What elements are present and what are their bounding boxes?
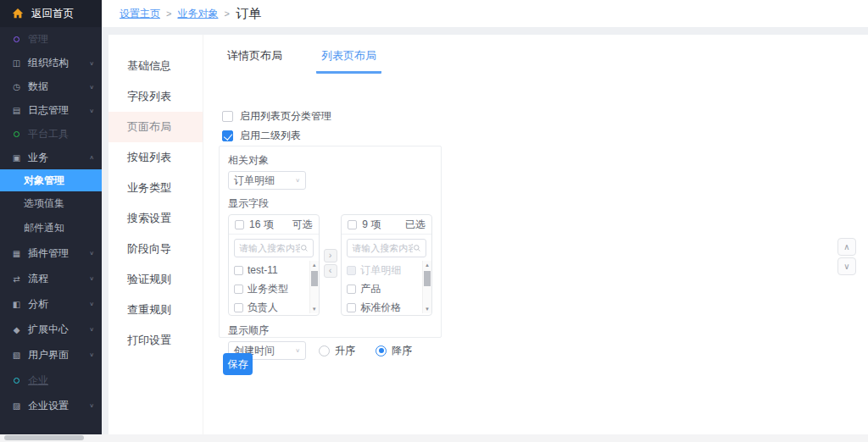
list-item[interactable]: 业务类型 (229, 279, 319, 298)
settings-menu-item-field-list[interactable]: 字段列表 (108, 81, 203, 112)
sidebar-item-option-sets[interactable]: 选项值集 (0, 191, 102, 215)
scroll-down-icon[interactable]: ▼ (423, 307, 431, 312)
settings-menu-item-page-layout[interactable]: 页面布局 (108, 112, 203, 142)
breadcrumb-separator: > (166, 8, 171, 19)
secondary-list-panel: 相关对象 订单明细 ∨ 显示字段 16 项 可选 (219, 146, 442, 338)
item-label: 产品 (360, 282, 381, 296)
tab-detail-page-layout[interactable]: 详情页布局 (222, 48, 287, 74)
scrollbar-thumb[interactable] (311, 271, 318, 286)
settings-menu-item-button-list[interactable]: 按钮列表 (108, 142, 203, 173)
save-button[interactable]: 保存 (223, 353, 253, 375)
sidebar-item-data[interactable]: ◷ 数据 ∨ (0, 75, 102, 98)
move-left-button[interactable]: ‹ (324, 264, 337, 278)
scroll-up-icon[interactable]: ▲ (423, 262, 431, 268)
display-fields-label: 显示字段 (228, 196, 432, 211)
breadcrumb-link-settings-home[interactable]: 设置主页 (120, 7, 160, 21)
list-item: 订单明细 (342, 261, 431, 279)
horizontal-scrollbar-thumb[interactable] (4, 435, 84, 440)
sidebar-item-mail-notify[interactable]: 邮件通知 (0, 215, 102, 240)
sidebar-item-plugin-mgmt[interactable]: ▦ 插件管理 ∨ (0, 240, 102, 266)
chevron-down-icon: ∨ (89, 59, 94, 65)
list-item[interactable]: test-11 (229, 261, 319, 279)
settings-menu-item-basic-info[interactable]: 基础信息 (108, 51, 203, 81)
settings-menu-item-search-settings[interactable]: 搜索设置 (108, 203, 203, 234)
main-card: 基础信息 字段列表 页面布局 按钮列表 业务类型 搜索设置 阶段向导 验证规则 … (108, 35, 868, 434)
scroll-down-button[interactable]: ∨ (837, 257, 856, 275)
sidebar-item-user-interface[interactable]: ▧ 用户界面 ∨ (0, 342, 102, 367)
breadcrumb-link-business-objects[interactable]: 业务对象 (177, 7, 218, 21)
related-object-select[interactable]: 订单明细 ∨ (228, 171, 306, 190)
sidebar-item-enterprise[interactable]: 企业 (0, 367, 102, 393)
settings-menu-item-validation-rules[interactable]: 验证规则 (108, 264, 203, 295)
item-checkbox (347, 266, 356, 275)
descending-radio[interactable] (376, 345, 387, 356)
chevron-down-icon: ∨ (295, 347, 300, 353)
target-search-input[interactable] (352, 243, 413, 253)
sidebar-item-business[interactable]: ▣ 业务 ∧ (0, 146, 102, 169)
tab-list-page-layout[interactable]: 列表页布局 (316, 48, 381, 74)
item-checkbox[interactable] (234, 303, 243, 312)
settings-menu-item-stage-wizard[interactable]: 阶段向导 (108, 234, 203, 264)
category-mgmt-label: 启用列表页分类管理 (240, 109, 331, 124)
item-label: test-11 (248, 264, 278, 276)
sidebar-item-log-mgmt[interactable]: ▤ 日志管理 ∨ (0, 98, 102, 122)
target-list-scrollbar[interactable]: ▲ ▼ (422, 261, 431, 313)
source-search-input[interactable] (239, 243, 300, 253)
extension-icon: ◆ (11, 325, 22, 334)
sidebar-item-label: 企业 (28, 373, 48, 388)
sidebar-item-platform-tools[interactable]: 平台工具 (0, 122, 102, 146)
sidebar-item-extension-center[interactable]: ◆ 扩展中心 ∨ (0, 317, 102, 342)
secondary-list-checkbox[interactable] (222, 130, 233, 141)
page-nav-buttons: ∧ ∨ (837, 238, 856, 275)
breadcrumb-separator: > (224, 8, 229, 19)
content-area: 详情页布局 列表页布局 启用列表页分类管理 启用二级列表 相关对象 订单明细 ∨… (203, 35, 868, 434)
target-box-header: 9 项 已选 (342, 215, 431, 235)
item-checkbox[interactable] (347, 285, 356, 294)
sidebar-item-flow[interactable]: ⇄ 流程 ∨ (0, 266, 102, 291)
scroll-up-button[interactable]: ∧ (837, 238, 856, 256)
item-checkbox[interactable] (347, 303, 356, 312)
ascending-radio[interactable] (319, 345, 330, 356)
plugin-icon: ▦ (11, 249, 22, 258)
target-field-box: 9 项 已选 订单明细 产品 (341, 214, 432, 316)
list-item[interactable]: 标准价格 (342, 298, 431, 313)
source-search-box (234, 239, 314, 257)
target-field-list: 订单明细 产品 标准价格 ▲ ▼ (342, 261, 431, 313)
chevron-down-icon: ∨ (89, 83, 94, 89)
chevron-up-icon: ∧ (89, 154, 94, 160)
ui-icon: ▧ (11, 351, 22, 360)
horizontal-scrollbar[interactable] (0, 434, 868, 442)
item-label: 标准价格 (360, 301, 401, 314)
source-tag: 可选 (292, 218, 313, 232)
source-list-scrollbar[interactable]: ▲ ▼ (309, 261, 319, 313)
scroll-up-icon[interactable]: ▲ (310, 262, 319, 268)
sidebar-item-enterprise-settings[interactable]: ▨ 企业设置 ∨ (0, 393, 102, 418)
settings-menu-item-print-settings[interactable]: 打印设置 (108, 325, 203, 356)
sidebar-item-object-mgmt[interactable]: 对象管理 (0, 169, 102, 191)
sidebar-item-org-structure[interactable]: ◫ 组织结构 ∨ (0, 51, 102, 75)
sidebar-item-label: 数据 (28, 80, 48, 94)
target-select-all-checkbox[interactable] (348, 220, 357, 229)
item-label: 订单明细 (360, 263, 401, 278)
scroll-down-icon[interactable]: ▼ (310, 307, 319, 312)
sidebar-item-home[interactable]: 返回首页 (0, 0, 102, 27)
chevron-down-icon: ∨ (89, 107, 94, 113)
list-item[interactable]: 产品 (342, 279, 431, 298)
green-circle-icon (11, 130, 22, 139)
item-checkbox[interactable] (234, 266, 243, 275)
item-checkbox[interactable] (234, 285, 243, 294)
settings-menu-item-dedup-rules[interactable]: 查重规则 (108, 295, 203, 325)
settings-menu-item-business-type[interactable]: 业务类型 (108, 173, 203, 203)
sidebar-item-label: 选项值集 (24, 196, 64, 211)
source-field-box: 16 项 可选 test-11 业务类型 (228, 214, 320, 316)
sidebar-item-label: 业务 (28, 151, 48, 165)
sidebar-item-analysis[interactable]: ◧ 分析 ∨ (0, 291, 102, 317)
source-select-all-checkbox[interactable] (235, 220, 244, 229)
category-mgmt-checkbox[interactable] (222, 111, 233, 122)
settings-menu: 基础信息 字段列表 页面布局 按钮列表 业务类型 搜索设置 阶段向导 验证规则 … (108, 35, 203, 434)
sidebar-item-admin[interactable]: 管理 (0, 27, 102, 51)
scrollbar-thumb[interactable] (424, 271, 431, 286)
list-item[interactable]: 负责人 (229, 298, 319, 313)
sidebar-item-label: 对象管理 (24, 174, 64, 188)
move-right-button[interactable]: › (324, 249, 337, 262)
